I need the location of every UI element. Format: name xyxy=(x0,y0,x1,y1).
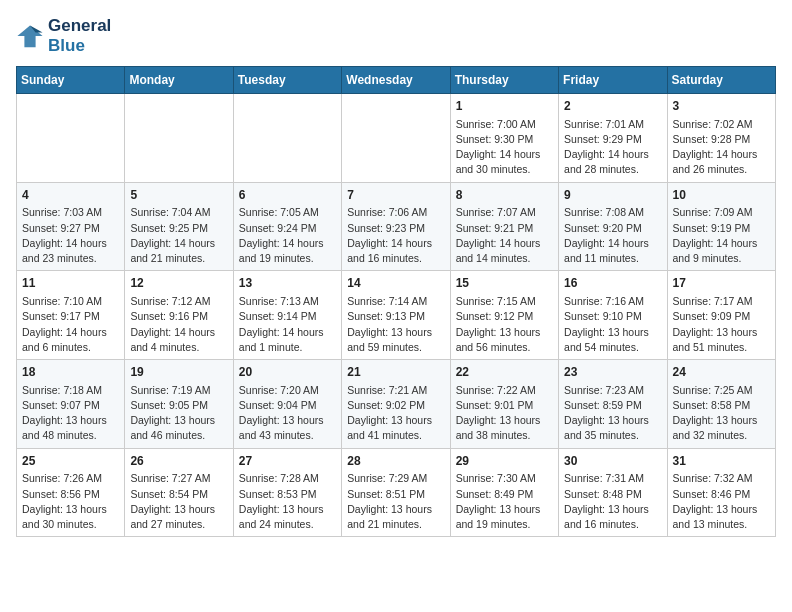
calendar-cell: 3Sunrise: 7:02 AM Sunset: 9:28 PM Daylig… xyxy=(667,94,775,183)
day-info: Sunrise: 7:30 AM Sunset: 8:49 PM Dayligh… xyxy=(456,471,553,532)
day-number: 13 xyxy=(239,275,336,292)
day-number: 20 xyxy=(239,364,336,381)
day-info: Sunrise: 7:28 AM Sunset: 8:53 PM Dayligh… xyxy=(239,471,336,532)
day-info: Sunrise: 7:10 AM Sunset: 9:17 PM Dayligh… xyxy=(22,294,119,355)
calendar-cell: 30Sunrise: 7:31 AM Sunset: 8:48 PM Dayli… xyxy=(559,448,667,537)
day-number: 31 xyxy=(673,453,770,470)
day-info: Sunrise: 7:26 AM Sunset: 8:56 PM Dayligh… xyxy=(22,471,119,532)
day-info: Sunrise: 7:13 AM Sunset: 9:14 PM Dayligh… xyxy=(239,294,336,355)
calendar-cell: 21Sunrise: 7:21 AM Sunset: 9:02 PM Dayli… xyxy=(342,360,450,449)
day-info: Sunrise: 7:27 AM Sunset: 8:54 PM Dayligh… xyxy=(130,471,227,532)
calendar-cell: 14Sunrise: 7:14 AM Sunset: 9:13 PM Dayli… xyxy=(342,271,450,360)
day-info: Sunrise: 7:23 AM Sunset: 8:59 PM Dayligh… xyxy=(564,383,661,444)
week-row-3: 11Sunrise: 7:10 AM Sunset: 9:17 PM Dayli… xyxy=(17,271,776,360)
day-number: 3 xyxy=(673,98,770,115)
day-number: 16 xyxy=(564,275,661,292)
day-number: 27 xyxy=(239,453,336,470)
calendar-cell: 8Sunrise: 7:07 AM Sunset: 9:21 PM Daylig… xyxy=(450,182,558,271)
day-info: Sunrise: 7:04 AM Sunset: 9:25 PM Dayligh… xyxy=(130,205,227,266)
calendar-cell: 7Sunrise: 7:06 AM Sunset: 9:23 PM Daylig… xyxy=(342,182,450,271)
calendar-cell: 4Sunrise: 7:03 AM Sunset: 9:27 PM Daylig… xyxy=(17,182,125,271)
day-info: Sunrise: 7:00 AM Sunset: 9:30 PM Dayligh… xyxy=(456,117,553,178)
day-info: Sunrise: 7:18 AM Sunset: 9:07 PM Dayligh… xyxy=(22,383,119,444)
week-row-2: 4Sunrise: 7:03 AM Sunset: 9:27 PM Daylig… xyxy=(17,182,776,271)
column-header-sunday: Sunday xyxy=(17,67,125,94)
day-number: 1 xyxy=(456,98,553,115)
day-info: Sunrise: 7:01 AM Sunset: 9:29 PM Dayligh… xyxy=(564,117,661,178)
day-number: 8 xyxy=(456,187,553,204)
calendar-cell: 29Sunrise: 7:30 AM Sunset: 8:49 PM Dayli… xyxy=(450,448,558,537)
day-info: Sunrise: 7:25 AM Sunset: 8:58 PM Dayligh… xyxy=(673,383,770,444)
calendar-cell: 6Sunrise: 7:05 AM Sunset: 9:24 PM Daylig… xyxy=(233,182,341,271)
calendar-cell: 5Sunrise: 7:04 AM Sunset: 9:25 PM Daylig… xyxy=(125,182,233,271)
day-number: 7 xyxy=(347,187,444,204)
day-info: Sunrise: 7:21 AM Sunset: 9:02 PM Dayligh… xyxy=(347,383,444,444)
day-number: 15 xyxy=(456,275,553,292)
day-number: 29 xyxy=(456,453,553,470)
column-header-thursday: Thursday xyxy=(450,67,558,94)
day-number: 24 xyxy=(673,364,770,381)
calendar-cell: 12Sunrise: 7:12 AM Sunset: 9:16 PM Dayli… xyxy=(125,271,233,360)
calendar-cell: 24Sunrise: 7:25 AM Sunset: 8:58 PM Dayli… xyxy=(667,360,775,449)
day-info: Sunrise: 7:07 AM Sunset: 9:21 PM Dayligh… xyxy=(456,205,553,266)
day-number: 5 xyxy=(130,187,227,204)
day-info: Sunrise: 7:03 AM Sunset: 9:27 PM Dayligh… xyxy=(22,205,119,266)
calendar-cell: 25Sunrise: 7:26 AM Sunset: 8:56 PM Dayli… xyxy=(17,448,125,537)
calendar-table: SundayMondayTuesdayWednesdayThursdayFrid… xyxy=(16,66,776,537)
week-row-4: 18Sunrise: 7:18 AM Sunset: 9:07 PM Dayli… xyxy=(17,360,776,449)
day-info: Sunrise: 7:09 AM Sunset: 9:19 PM Dayligh… xyxy=(673,205,770,266)
calendar-cell: 26Sunrise: 7:27 AM Sunset: 8:54 PM Dayli… xyxy=(125,448,233,537)
day-number: 25 xyxy=(22,453,119,470)
column-header-saturday: Saturday xyxy=(667,67,775,94)
day-number: 14 xyxy=(347,275,444,292)
day-number: 4 xyxy=(22,187,119,204)
day-info: Sunrise: 7:12 AM Sunset: 9:16 PM Dayligh… xyxy=(130,294,227,355)
day-number: 28 xyxy=(347,453,444,470)
day-info: Sunrise: 7:15 AM Sunset: 9:12 PM Dayligh… xyxy=(456,294,553,355)
day-number: 19 xyxy=(130,364,227,381)
calendar-cell: 22Sunrise: 7:22 AM Sunset: 9:01 PM Dayli… xyxy=(450,360,558,449)
day-info: Sunrise: 7:16 AM Sunset: 9:10 PM Dayligh… xyxy=(564,294,661,355)
calendar-cell: 16Sunrise: 7:16 AM Sunset: 9:10 PM Dayli… xyxy=(559,271,667,360)
day-number: 22 xyxy=(456,364,553,381)
calendar-cell: 19Sunrise: 7:19 AM Sunset: 9:05 PM Dayli… xyxy=(125,360,233,449)
week-row-5: 25Sunrise: 7:26 AM Sunset: 8:56 PM Dayli… xyxy=(17,448,776,537)
day-info: Sunrise: 7:02 AM Sunset: 9:28 PM Dayligh… xyxy=(673,117,770,178)
column-header-friday: Friday xyxy=(559,67,667,94)
svg-marker-0 xyxy=(17,26,42,48)
day-number: 21 xyxy=(347,364,444,381)
day-number: 2 xyxy=(564,98,661,115)
day-number: 11 xyxy=(22,275,119,292)
day-number: 10 xyxy=(673,187,770,204)
day-info: Sunrise: 7:06 AM Sunset: 9:23 PM Dayligh… xyxy=(347,205,444,266)
week-row-1: 1Sunrise: 7:00 AM Sunset: 9:30 PM Daylig… xyxy=(17,94,776,183)
calendar-cell: 17Sunrise: 7:17 AM Sunset: 9:09 PM Dayli… xyxy=(667,271,775,360)
calendar-cell: 15Sunrise: 7:15 AM Sunset: 9:12 PM Dayli… xyxy=(450,271,558,360)
calendar-cell: 13Sunrise: 7:13 AM Sunset: 9:14 PM Dayli… xyxy=(233,271,341,360)
day-info: Sunrise: 7:14 AM Sunset: 9:13 PM Dayligh… xyxy=(347,294,444,355)
calendar-cell: 28Sunrise: 7:29 AM Sunset: 8:51 PM Dayli… xyxy=(342,448,450,537)
calendar-header-row: SundayMondayTuesdayWednesdayThursdayFrid… xyxy=(17,67,776,94)
calendar-cell: 18Sunrise: 7:18 AM Sunset: 9:07 PM Dayli… xyxy=(17,360,125,449)
calendar-cell: 27Sunrise: 7:28 AM Sunset: 8:53 PM Dayli… xyxy=(233,448,341,537)
day-number: 17 xyxy=(673,275,770,292)
calendar-cell xyxy=(233,94,341,183)
day-info: Sunrise: 7:32 AM Sunset: 8:46 PM Dayligh… xyxy=(673,471,770,532)
calendar-cell: 1Sunrise: 7:00 AM Sunset: 9:30 PM Daylig… xyxy=(450,94,558,183)
calendar-cell: 2Sunrise: 7:01 AM Sunset: 9:29 PM Daylig… xyxy=(559,94,667,183)
logo-icon xyxy=(16,22,44,50)
column-header-tuesday: Tuesday xyxy=(233,67,341,94)
calendar-cell xyxy=(342,94,450,183)
day-info: Sunrise: 7:29 AM Sunset: 8:51 PM Dayligh… xyxy=(347,471,444,532)
calendar-cell: 10Sunrise: 7:09 AM Sunset: 9:19 PM Dayli… xyxy=(667,182,775,271)
calendar-cell: 31Sunrise: 7:32 AM Sunset: 8:46 PM Dayli… xyxy=(667,448,775,537)
day-number: 18 xyxy=(22,364,119,381)
day-number: 12 xyxy=(130,275,227,292)
day-number: 9 xyxy=(564,187,661,204)
calendar-cell: 20Sunrise: 7:20 AM Sunset: 9:04 PM Dayli… xyxy=(233,360,341,449)
day-info: Sunrise: 7:05 AM Sunset: 9:24 PM Dayligh… xyxy=(239,205,336,266)
day-info: Sunrise: 7:31 AM Sunset: 8:48 PM Dayligh… xyxy=(564,471,661,532)
column-header-wednesday: Wednesday xyxy=(342,67,450,94)
calendar-cell: 23Sunrise: 7:23 AM Sunset: 8:59 PM Dayli… xyxy=(559,360,667,449)
calendar-cell: 11Sunrise: 7:10 AM Sunset: 9:17 PM Dayli… xyxy=(17,271,125,360)
